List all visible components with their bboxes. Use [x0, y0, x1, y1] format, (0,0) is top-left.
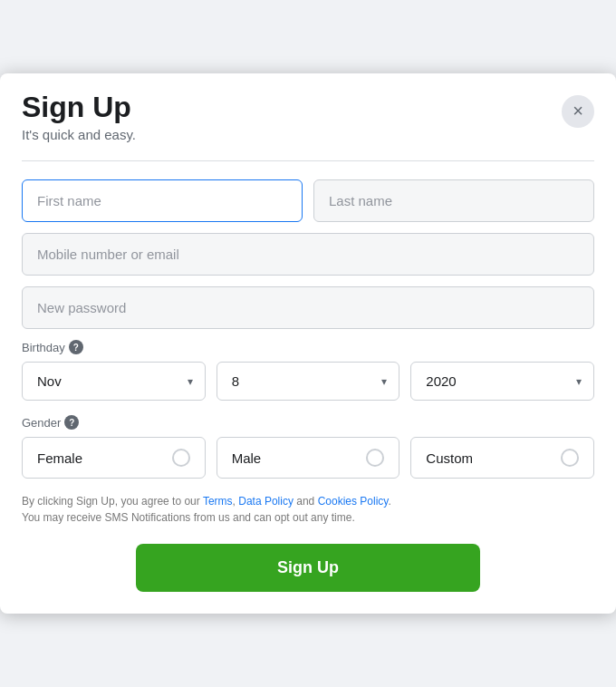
header-divider — [22, 160, 594, 161]
birthday-help-icon[interactable]: ? — [69, 340, 83, 354]
name-row — [22, 179, 594, 222]
signup-modal: Sign Up It's quick and easy. × Birthday … — [0, 73, 616, 614]
year-select[interactable]: 2020 2019 2018 2017 2016 2015 2010 2005 … — [410, 362, 594, 401]
password-input[interactable] — [22, 286, 594, 329]
day-select-wrapper: 123 456 789 101112 131415 161718 192021 … — [217, 362, 400, 401]
first-name-input[interactable] — [22, 179, 303, 222]
gender-male-radio[interactable] — [366, 449, 384, 467]
close-button[interactable]: × — [562, 95, 594, 128]
mobile-email-wrapper — [22, 233, 594, 276]
gender-custom-label: Custom — [426, 450, 473, 466]
mobile-email-input[interactable] — [22, 233, 594, 276]
gender-custom-option[interactable]: Custom — [410, 437, 594, 479]
gender-female-radio[interactable] — [172, 449, 190, 467]
close-icon: × — [573, 101, 583, 121]
birthday-label: Birthday — [22, 341, 65, 354]
signup-button[interactable]: Sign Up — [136, 544, 479, 592]
signup-button-label: Sign Up — [277, 558, 339, 576]
birthday-label-row: Birthday ? — [22, 340, 594, 354]
terms-link[interactable]: Terms — [203, 495, 233, 508]
header-text: Sign Up It's quick and easy. — [22, 92, 136, 157]
cookies-policy-link[interactable]: Cookies Policy — [318, 495, 389, 508]
gender-label: Gender — [22, 416, 61, 430]
last-name-input[interactable] — [313, 179, 594, 222]
gender-male-label: Male — [232, 450, 262, 466]
birthday-section: Birthday ? Jan Feb Mar Apr May Jun Jul A… — [22, 340, 594, 401]
day-select[interactable]: 123 456 789 101112 131415 161718 192021 … — [217, 362, 400, 401]
data-policy-link[interactable]: Data Policy — [238, 495, 294, 508]
month-select-wrapper: Jan Feb Mar Apr May Jun Jul Aug Sep Oct … — [22, 362, 206, 401]
gender-male-option[interactable]: Male — [217, 437, 400, 479]
gender-help-icon[interactable]: ? — [64, 415, 79, 430]
gender-section: Gender ? Female Male Custom — [22, 415, 594, 479]
gender-custom-radio[interactable] — [561, 449, 579, 467]
password-wrapper — [22, 286, 594, 329]
gender-female-option[interactable]: Female — [22, 437, 206, 479]
gender-row: Female Male Custom — [22, 437, 594, 479]
gender-female-label: Female — [37, 450, 82, 466]
terms-text: By clicking Sign Up, you agree to our Te… — [22, 493, 594, 526]
birthday-row: Jan Feb Mar Apr May Jun Jul Aug Sep Oct … — [22, 362, 594, 401]
year-select-wrapper: 2020 2019 2018 2017 2016 2015 2010 2005 … — [410, 362, 594, 401]
modal-header: Sign Up It's quick and easy. × — [22, 92, 594, 157]
modal-title: Sign Up — [22, 92, 136, 123]
month-select[interactable]: Jan Feb Mar Apr May Jun Jul Aug Sep Oct … — [22, 362, 206, 401]
modal-subtitle: It's quick and easy. — [22, 127, 136, 142]
gender-label-row: Gender ? — [22, 415, 594, 430]
